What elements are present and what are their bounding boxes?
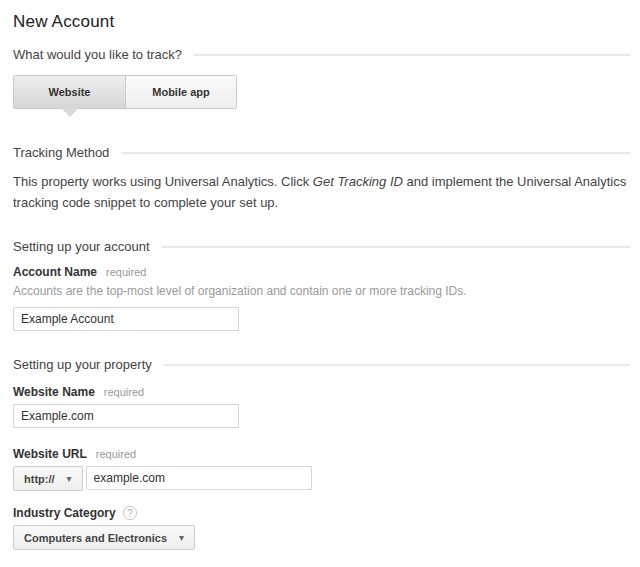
account-name-help-text: Accounts are the top-most level of organ… — [13, 284, 630, 298]
tab-mobile-app-label: Mobile app — [152, 86, 209, 98]
spacer — [13, 331, 630, 357]
tracking-method-text-pre: This property works using Universal Anal… — [13, 174, 313, 189]
website-name-label: Website Name — [13, 385, 95, 399]
section-heading-tracking-method: Tracking Method — [13, 145, 109, 160]
account-name-label-row: Account Name required — [13, 265, 630, 279]
spacer — [13, 372, 630, 385]
chevron-down-icon: ▾ — [67, 473, 72, 484]
tab-mobile-app[interactable]: Mobile app — [125, 76, 236, 108]
website-url-label: Website URL — [13, 447, 87, 461]
spacer — [13, 491, 630, 506]
required-tag: required — [104, 386, 144, 398]
industry-category-value: Computers and Electronics — [24, 532, 167, 544]
spacer — [13, 428, 630, 447]
website-url-label-row: Website URL required — [13, 447, 630, 461]
website-name-input[interactable] — [13, 404, 239, 428]
account-name-label: Account Name — [13, 265, 97, 279]
section-header-account: Setting up your account — [13, 239, 630, 254]
url-protocol-dropdown[interactable]: http:// ▾ — [13, 466, 83, 491]
website-url-input[interactable] — [86, 466, 312, 490]
website-name-label-row: Website Name required — [13, 385, 630, 399]
get-tracking-id-text: Get Tracking ID — [313, 174, 403, 189]
tracking-method-section: Tracking Method This property works usin… — [13, 145, 630, 213]
section-heading-track: What would you like to track? — [13, 47, 182, 62]
url-protocol-value: http:// — [24, 473, 55, 485]
spacer — [13, 550, 630, 567]
new-account-page: New Account What would you like to track… — [0, 0, 640, 567]
track-type-tabs: Website Mobile app — [13, 75, 630, 109]
tab-website[interactable]: Website — [14, 76, 125, 108]
section-header-track: What would you like to track? — [13, 47, 630, 62]
chevron-down-icon: ▾ — [179, 532, 184, 543]
section-heading-account: Setting up your account — [13, 239, 150, 254]
industry-category-dropdown[interactable]: Computers and Electronics ▾ — [13, 525, 195, 550]
divider-line — [194, 54, 630, 56]
divider-line — [121, 152, 630, 154]
industry-label-row: Industry Category ? — [13, 506, 630, 520]
section-heading-property: Setting up your property — [13, 357, 152, 372]
section-header-property: Setting up your property — [13, 357, 630, 372]
tracking-method-description: This property works using Universal Anal… — [13, 171, 629, 213]
spacer — [13, 254, 630, 265]
spacer — [13, 213, 630, 239]
tab-group: Website Mobile app — [13, 75, 237, 109]
industry-category-label: Industry Category — [13, 506, 116, 520]
account-name-input[interactable] — [13, 307, 239, 331]
section-header-tracking-method: Tracking Method — [13, 145, 630, 160]
tab-website-label: Website — [49, 86, 91, 98]
page-title: New Account — [13, 12, 630, 32]
property-setup-section: Setting up your property Website Name re… — [13, 357, 630, 567]
website-url-row: http:// ▾ — [13, 466, 630, 491]
divider-line — [164, 364, 630, 366]
required-tag: required — [106, 266, 146, 278]
divider-line — [162, 246, 630, 248]
account-setup-section: Setting up your account Account Name req… — [13, 239, 630, 331]
required-tag: required — [96, 448, 136, 460]
help-icon[interactable]: ? — [123, 506, 137, 520]
